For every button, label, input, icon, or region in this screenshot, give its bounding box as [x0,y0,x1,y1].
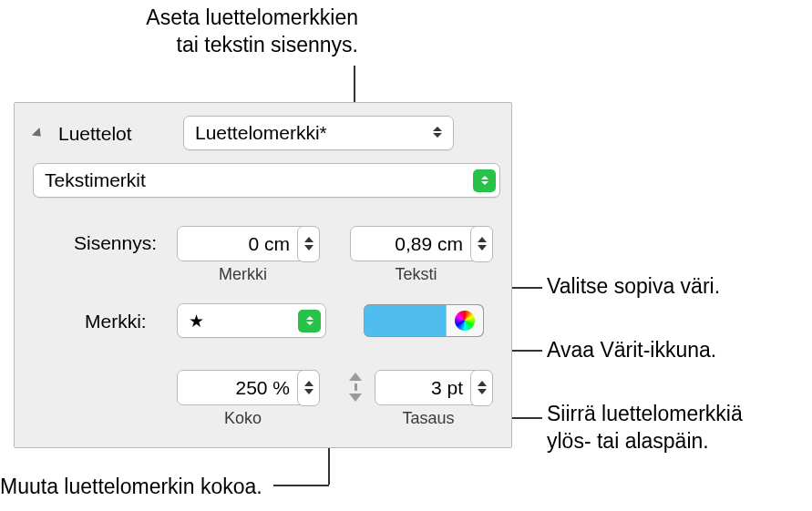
list-style-popup[interactable]: Luettelomerkki* [183,116,454,150]
chevron-updown-green-icon [473,169,496,192]
bullet-type-value: Tekstimerkit [45,169,146,191]
callout-size: Muuta luettelomerkin kokoa. [0,474,262,501]
indent-text-stepper[interactable] [470,226,493,262]
callout-color: Valitse sopiva väri. [547,273,720,301]
size-field[interactable]: 250 % [177,370,320,405]
callout-indent: Aseta luettelomerkkien tai tekstin sisen… [94,5,358,59]
indent-bullet-sublabel: Merkki [177,265,309,284]
callout-align: Siirrä luettelomerkkiä ylös- tai alaspäi… [547,401,743,455]
indent-label: Sisennys: [74,232,157,254]
bullet-type-popup[interactable]: Tekstimerkit [33,163,500,198]
align-sublabel: Tasaus [375,409,482,428]
align-value: 3 pt [385,377,468,399]
lists-label: Luettelot [58,123,132,145]
rainbow-icon [455,311,475,331]
size-value: 250 % [187,377,295,399]
indent-text-value: 0,89 cm [360,233,468,255]
callout-colorwindow: Avaa Värit-ikkuna. [547,337,716,364]
indent-bullet-stepper[interactable] [297,226,320,262]
chevron-updown-green-icon [298,310,321,332]
chevron-updown-icon [433,127,446,139]
disclosure-triangle-icon[interactable] [35,128,51,145]
size-sublabel: Koko [177,409,309,428]
indent-bullet-value: 0 cm [187,233,295,255]
char-popup[interactable]: ★ [177,303,326,338]
char-label: Merkki: [85,311,147,332]
align-field[interactable]: 3 pt [375,370,493,405]
align-stepper[interactable] [470,370,493,406]
lists-panel: Luettelot Luettelomerkki* Tekstimerkit S… [14,102,512,448]
list-style-value: Luettelomerkki* [195,122,327,144]
color-wheel-button[interactable] [446,305,483,336]
link-size-arrows-icon [345,373,365,402]
indent-text-sublabel: Teksti [350,265,482,284]
char-glyph: ★ [189,311,204,332]
indent-bullet-field[interactable]: 0 cm [177,226,320,261]
size-stepper[interactable] [297,370,320,406]
color-well[interactable] [364,304,484,337]
indent-text-field[interactable]: 0,89 cm [350,226,493,261]
